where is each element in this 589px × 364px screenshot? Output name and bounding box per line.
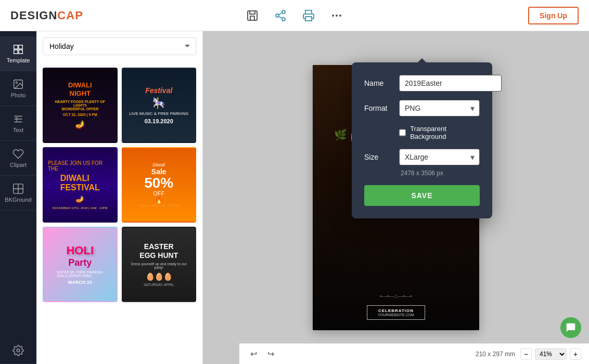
- sidebar-item-clipart[interactable]: Clipart: [0, 141, 36, 176]
- template-thumb-diwali-sale[interactable]: Diwali Sale 50% OFF 🔥 DIWALI SPECIAL OFF…: [122, 147, 197, 223]
- sidebar: Template Photo T Text Clipart BKGround: [0, 31, 36, 364]
- dialog-size-select[interactable]: Small Medium Large XLarge: [399, 149, 480, 165]
- dialog-format-row: Format PNG JPG PDF: [364, 100, 480, 116]
- svg-point-4: [282, 18, 285, 21]
- dialog-save-button[interactable]: SAVE: [364, 185, 480, 206]
- category-dropdown[interactable]: Holiday Business Social Media Education …: [43, 37, 196, 55]
- svg-point-8: [332, 15, 334, 17]
- logo-design-text: DESIGN: [10, 9, 57, 22]
- canvas-area: for ESTER ady to our party! 🌿 ♡♡♡♡: [203, 31, 589, 364]
- dialog-size-select-wrapper: Small Medium Large XLarge: [399, 149, 480, 165]
- svg-line-5: [279, 16, 283, 18]
- header-right: Sign Up: [528, 7, 579, 24]
- signup-button[interactable]: Sign Up: [528, 7, 579, 24]
- print-button[interactable]: [302, 9, 315, 22]
- template-thumb-diwali-night[interactable]: DIWALINIGHT HEARTY FOODS PLENTY OF LIGHT…: [43, 68, 118, 143]
- save-dialog: Name Format PNG JPG PDF: [352, 62, 492, 218]
- svg-rect-7: [305, 17, 312, 21]
- heart-icon: [12, 148, 24, 160]
- save-dialog-overlay: Name Format PNG JPG PDF: [203, 31, 589, 364]
- photo-icon: [12, 79, 24, 90]
- header: DESIGNCAP Sign Up: [0, 0, 589, 31]
- svg-point-16: [16, 82, 17, 83]
- sidebar-item-template[interactable]: Template: [0, 36, 36, 71]
- svg-point-10: [339, 15, 341, 17]
- header-actions: [246, 9, 343, 22]
- svg-rect-1: [250, 16, 254, 20]
- share-button[interactable]: [274, 9, 287, 22]
- save-button[interactable]: [246, 9, 259, 22]
- sidebar-item-bkground[interactable]: BKGround: [0, 176, 36, 211]
- svg-rect-13: [14, 50, 18, 54]
- sidebar-item-bkground-label: BKGround: [5, 197, 31, 203]
- svg-text:T: T: [15, 116, 19, 123]
- dialog-name-input[interactable]: [399, 75, 502, 92]
- svg-line-6: [279, 12, 283, 15]
- sidebar-item-photo-label: Photo: [11, 92, 26, 98]
- text-icon: T: [12, 113, 24, 125]
- svg-rect-11: [14, 45, 18, 49]
- svg-rect-12: [19, 45, 22, 49]
- sidebar-item-photo[interactable]: Photo: [0, 71, 36, 106]
- logo: DESIGNCAP: [10, 9, 83, 22]
- sidebar-item-clipart-label: Clipart: [10, 162, 27, 168]
- settings-icon: [12, 345, 24, 356]
- background-icon: [12, 183, 24, 194]
- dialog-name-label: Name: [364, 79, 393, 87]
- template-thumb-diwali-festival[interactable]: PLEASE JOIN US FOR THE DIWALIFESTIVAL 🪔 …: [43, 147, 118, 223]
- more-button[interactable]: [330, 9, 343, 22]
- template-thumb-easter-egg-hunt[interactable]: EASTEREGG HUNT Dress yourself up and rea…: [122, 227, 197, 302]
- dialog-format-label: Format: [364, 104, 393, 112]
- sidebar-item-text-label: Text: [13, 127, 23, 133]
- dialog-transparent-label: Transparent Background: [410, 125, 480, 140]
- logo-cap-text: CAP: [57, 9, 83, 22]
- svg-rect-14: [19, 50, 22, 54]
- svg-point-2: [282, 10, 285, 14]
- dialog-dimensions-text: 2478 x 3506 px: [364, 170, 480, 177]
- svg-point-9: [336, 15, 338, 17]
- sidebar-item-text[interactable]: T Text: [0, 106, 36, 141]
- dialog-size-row: Size Small Medium Large XLarge: [364, 149, 480, 165]
- dialog-transparent-checkbox[interactable]: [399, 129, 406, 136]
- dialog-transparent-row: Transparent Background: [399, 125, 480, 140]
- main-layout: Template Photo T Text Clipart BKGround: [0, 31, 589, 364]
- dialog-name-row: Name: [364, 75, 480, 92]
- grid-icon: [12, 44, 24, 55]
- dialog-size-label: Size: [364, 153, 393, 161]
- template-thumb-holi[interactable]: HOLI Party ENTER $5, FREE PARKINGGIRLS E…: [43, 227, 118, 302]
- svg-point-3: [276, 14, 279, 17]
- sidebar-item-settings[interactable]: [0, 337, 36, 364]
- template-thumb-festival[interactable]: Festival 🎠 LIVE MUSIC & FREE PARKING 03.…: [122, 68, 197, 143]
- template-panel: Holiday Business Social Media Education …: [36, 31, 203, 364]
- template-grid: DIWALINIGHT HEARTY FOODS PLENTY OF LIGHT…: [43, 68, 196, 302]
- svg-point-19: [17, 349, 20, 352]
- sidebar-item-template-label: Template: [7, 57, 30, 63]
- dialog-format-select-wrapper: PNG JPG PDF: [399, 100, 480, 116]
- dialog-format-select[interactable]: PNG JPG PDF: [399, 100, 480, 116]
